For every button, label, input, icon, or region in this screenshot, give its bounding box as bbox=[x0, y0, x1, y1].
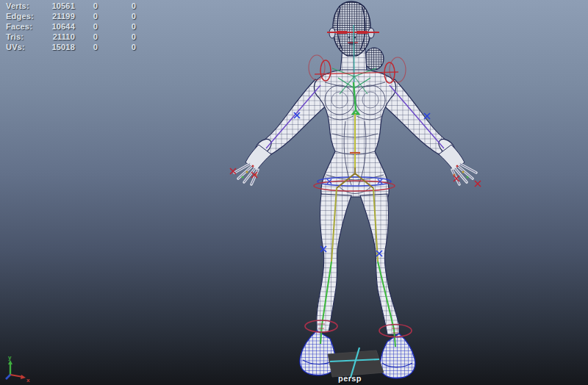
leg-left[interactable] bbox=[317, 194, 351, 332]
hud-value: 21199 bbox=[47, 12, 75, 22]
hud-value: 0 bbox=[98, 1, 136, 12]
hand-left[interactable] bbox=[234, 145, 271, 184]
hud-value: 0 bbox=[75, 22, 98, 32]
head[interactable] bbox=[329, 1, 374, 56]
hair-bun-wires bbox=[365, 48, 384, 70]
hud-row-uvs: UVs: 15018 0 0 bbox=[6, 43, 136, 53]
nostril-left bbox=[348, 37, 350, 38]
poly-count-hud: Verts: 10561 0 0 Edges: 21199 0 0 Faces:… bbox=[6, 1, 136, 53]
maya-perspective-viewport[interactable]: y x Verts: 10561 0 0 Edges: 21199 0 0 Fa… bbox=[0, 0, 588, 385]
hud-value: 10644 bbox=[47, 22, 75, 32]
hud-value: 0 bbox=[98, 22, 136, 32]
rig-controls[interactable] bbox=[230, 25, 481, 347]
hud-value: 0 bbox=[98, 12, 136, 22]
hud-label: Faces: bbox=[6, 22, 47, 32]
hud-value: 10561 bbox=[47, 1, 75, 12]
x-axis-arrow bbox=[21, 375, 26, 379]
viewport-canvas[interactable]: y x bbox=[0, 0, 588, 385]
shoe-right[interactable] bbox=[380, 334, 415, 378]
shoe-left[interactable] bbox=[300, 331, 336, 375]
ground-plane[interactable] bbox=[328, 348, 384, 378]
hud-value: 0 bbox=[75, 43, 98, 53]
character-mesh[interactable] bbox=[234, 1, 476, 378]
hud-value: 0 bbox=[75, 12, 98, 22]
hud-value: 0 bbox=[75, 1, 98, 12]
axis-orientation-gizmo: y x bbox=[6, 354, 30, 384]
y-axis-label: y bbox=[8, 354, 12, 361]
hud-row-edges: Edges: 21199 0 0 bbox=[6, 12, 136, 22]
leg-right[interactable] bbox=[360, 194, 399, 334]
hud-label: Verts: bbox=[6, 1, 47, 12]
hud-label: UVs: bbox=[6, 43, 47, 53]
hand-right[interactable] bbox=[439, 145, 476, 184]
x-axis-label: x bbox=[26, 377, 30, 384]
hud-value: 15018 bbox=[47, 43, 75, 53]
z-axis-stub bbox=[6, 375, 10, 379]
hud-label: Edges: bbox=[6, 12, 47, 22]
nostril-right bbox=[354, 37, 356, 38]
hud-label: Tris: bbox=[6, 32, 47, 43]
hud-value: 0 bbox=[98, 32, 136, 43]
hud-value: 0 bbox=[75, 32, 98, 43]
hud-row-faces: Faces: 10644 0 0 bbox=[6, 22, 136, 32]
hud-value: 21110 bbox=[47, 32, 75, 43]
hud-row-tris: Tris: 21110 0 0 bbox=[6, 32, 136, 43]
camera-name-label[interactable]: persp bbox=[338, 374, 362, 383]
neck-joint-line[interactable] bbox=[354, 25, 354, 82]
hud-row-verts: Verts: 10561 0 0 bbox=[6, 1, 136, 12]
hud-value: 0 bbox=[98, 43, 136, 53]
